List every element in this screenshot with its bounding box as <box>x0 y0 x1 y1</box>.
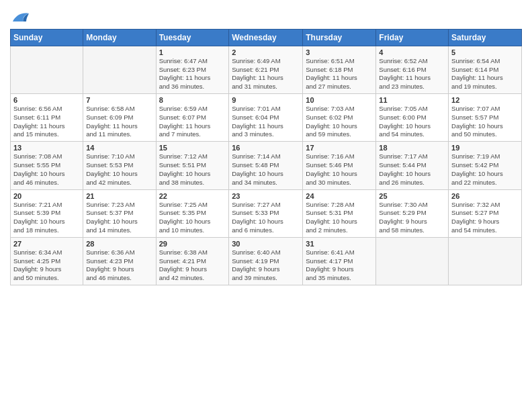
calendar-cell: 24Sunrise: 7:28 AM Sunset: 5:31 PM Dayli… <box>303 189 376 237</box>
day-info: Sunrise: 7:21 AM Sunset: 5:39 PM Dayligh… <box>13 201 80 235</box>
day-number: 21 <box>86 192 152 200</box>
day-info: Sunrise: 6:49 AM Sunset: 6:21 PM Dayligh… <box>232 57 300 91</box>
day-info: Sunrise: 6:34 AM Sunset: 4:25 PM Dayligh… <box>13 248 80 283</box>
day-number: 5 <box>451 48 519 56</box>
calendar-table: SundayMondayTuesdayWednesdayThursdayFrid… <box>10 29 522 285</box>
day-number: 15 <box>159 144 226 152</box>
day-info: Sunrise: 7:05 AM Sunset: 6:00 PM Dayligh… <box>379 105 445 139</box>
day-number: 4 <box>379 48 445 56</box>
calendar-cell: 16Sunrise: 7:14 AM Sunset: 5:48 PM Dayli… <box>229 142 303 189</box>
calendar-cell: 13Sunrise: 7:08 AM Sunset: 5:55 PM Dayli… <box>11 142 83 189</box>
day-info: Sunrise: 7:01 AM Sunset: 6:04 PM Dayligh… <box>232 105 300 139</box>
day-number: 17 <box>306 144 373 152</box>
day-number: 3 <box>306 48 373 56</box>
day-number: 8 <box>159 96 226 104</box>
calendar-cell: 22Sunrise: 7:25 AM Sunset: 5:35 PM Dayli… <box>156 189 229 237</box>
day-number: 20 <box>13 192 80 200</box>
calendar-cell: 7Sunrise: 6:58 AM Sunset: 6:09 PM Daylig… <box>83 94 156 142</box>
day-info: Sunrise: 6:54 AM Sunset: 6:14 PM Dayligh… <box>451 57 519 91</box>
day-info: Sunrise: 7:32 AM Sunset: 5:27 PM Dayligh… <box>451 201 519 235</box>
calendar-cell: 28Sunrise: 6:36 AM Sunset: 4:23 PM Dayli… <box>83 237 156 285</box>
calendar-cell: 19Sunrise: 7:19 AM Sunset: 5:42 PM Dayli… <box>449 142 522 189</box>
page-header <box>10 7 522 26</box>
calendar-cell <box>376 237 449 285</box>
day-info: Sunrise: 7:19 AM Sunset: 5:42 PM Dayligh… <box>451 152 519 187</box>
day-number: 13 <box>13 144 80 152</box>
day-info: Sunrise: 7:10 AM Sunset: 5:53 PM Dayligh… <box>86 152 152 187</box>
logo-bird-icon <box>11 9 30 26</box>
day-number: 2 <box>232 48 300 56</box>
day-number: 1 <box>159 48 226 56</box>
weekday-header-row: SundayMondayTuesdayWednesdayThursdayFrid… <box>11 29 522 46</box>
calendar-cell: 3Sunrise: 6:51 AM Sunset: 6:18 PM Daylig… <box>303 46 376 93</box>
calendar-cell: 1Sunrise: 6:47 AM Sunset: 6:23 PM Daylig… <box>156 46 229 93</box>
day-info: Sunrise: 7:12 AM Sunset: 5:51 PM Dayligh… <box>159 152 226 187</box>
day-number: 10 <box>306 96 373 104</box>
calendar-cell: 2Sunrise: 6:49 AM Sunset: 6:21 PM Daylig… <box>229 46 303 93</box>
day-info: Sunrise: 6:56 AM Sunset: 6:11 PM Dayligh… <box>13 105 80 139</box>
weekday-header-friday: Friday <box>376 29 449 46</box>
day-info: Sunrise: 7:17 AM Sunset: 5:44 PM Dayligh… <box>379 152 445 187</box>
calendar-cell: 12Sunrise: 7:07 AM Sunset: 5:57 PM Dayli… <box>449 94 522 142</box>
calendar-week-row: 20Sunrise: 7:21 AM Sunset: 5:39 PM Dayli… <box>11 189 522 237</box>
day-info: Sunrise: 6:51 AM Sunset: 6:18 PM Dayligh… <box>306 57 373 91</box>
day-number: 23 <box>232 192 300 200</box>
day-number: 7 <box>86 96 152 104</box>
calendar-cell: 9Sunrise: 7:01 AM Sunset: 6:04 PM Daylig… <box>229 94 303 142</box>
day-number: 28 <box>86 240 152 248</box>
day-info: Sunrise: 7:23 AM Sunset: 5:37 PM Dayligh… <box>86 201 152 235</box>
day-number: 24 <box>306 192 373 200</box>
day-info: Sunrise: 7:14 AM Sunset: 5:48 PM Dayligh… <box>232 152 300 187</box>
calendar-cell: 10Sunrise: 7:03 AM Sunset: 6:02 PM Dayli… <box>303 94 376 142</box>
day-info: Sunrise: 7:28 AM Sunset: 5:31 PM Dayligh… <box>306 201 373 235</box>
weekday-header-thursday: Thursday <box>303 29 376 46</box>
day-number: 27 <box>13 240 80 248</box>
calendar-cell: 8Sunrise: 6:59 AM Sunset: 6:07 PM Daylig… <box>156 94 229 142</box>
calendar-week-row: 13Sunrise: 7:08 AM Sunset: 5:55 PM Dayli… <box>11 142 522 189</box>
day-number: 19 <box>451 144 519 152</box>
day-number: 14 <box>86 144 152 152</box>
weekday-header-monday: Monday <box>83 29 156 46</box>
day-info: Sunrise: 7:03 AM Sunset: 6:02 PM Dayligh… <box>306 105 373 139</box>
calendar-cell <box>449 237 522 285</box>
day-info: Sunrise: 6:40 AM Sunset: 4:19 PM Dayligh… <box>232 248 300 283</box>
calendar-cell: 4Sunrise: 6:52 AM Sunset: 6:16 PM Daylig… <box>376 46 449 93</box>
calendar-cell: 18Sunrise: 7:17 AM Sunset: 5:44 PM Dayli… <box>376 142 449 189</box>
day-info: Sunrise: 6:38 AM Sunset: 4:21 PM Dayligh… <box>159 248 226 283</box>
calendar-cell: 26Sunrise: 7:32 AM Sunset: 5:27 PM Dayli… <box>449 189 522 237</box>
calendar-week-row: 6Sunrise: 6:56 AM Sunset: 6:11 PM Daylig… <box>11 94 522 142</box>
day-number: 18 <box>379 144 445 152</box>
calendar-cell: 5Sunrise: 6:54 AM Sunset: 6:14 PM Daylig… <box>449 46 522 93</box>
day-info: Sunrise: 7:16 AM Sunset: 5:46 PM Dayligh… <box>306 152 373 187</box>
day-info: Sunrise: 7:30 AM Sunset: 5:29 PM Dayligh… <box>379 201 445 235</box>
day-info: Sunrise: 6:59 AM Sunset: 6:07 PM Dayligh… <box>159 105 226 139</box>
calendar-cell: 11Sunrise: 7:05 AM Sunset: 6:00 PM Dayli… <box>376 94 449 142</box>
day-number: 29 <box>159 240 226 248</box>
day-number: 9 <box>232 96 300 104</box>
day-number: 16 <box>232 144 300 152</box>
day-info: Sunrise: 7:08 AM Sunset: 5:55 PM Dayligh… <box>13 152 80 187</box>
calendar-cell: 31Sunrise: 6:41 AM Sunset: 4:17 PM Dayli… <box>303 237 376 285</box>
weekday-header-wednesday: Wednesday <box>229 29 303 46</box>
day-number: 31 <box>306 240 373 248</box>
day-info: Sunrise: 6:41 AM Sunset: 4:17 PM Dayligh… <box>306 248 373 283</box>
day-info: Sunrise: 7:07 AM Sunset: 5:57 PM Dayligh… <box>451 105 519 139</box>
logo-text <box>10 9 30 29</box>
weekday-header-tuesday: Tuesday <box>156 29 229 46</box>
calendar-cell: 30Sunrise: 6:40 AM Sunset: 4:19 PM Dayli… <box>229 237 303 285</box>
day-number: 12 <box>451 96 519 104</box>
day-number: 26 <box>451 192 519 200</box>
calendar-cell: 14Sunrise: 7:10 AM Sunset: 5:53 PM Dayli… <box>83 142 156 189</box>
calendar-week-row: 1Sunrise: 6:47 AM Sunset: 6:23 PM Daylig… <box>11 46 522 93</box>
calendar-cell: 17Sunrise: 7:16 AM Sunset: 5:46 PM Dayli… <box>303 142 376 189</box>
day-number: 30 <box>232 240 300 248</box>
calendar-cell: 27Sunrise: 6:34 AM Sunset: 4:25 PM Dayli… <box>11 237 83 285</box>
weekday-header-sunday: Sunday <box>11 29 83 46</box>
calendar-cell <box>11 46 83 93</box>
day-info: Sunrise: 7:27 AM Sunset: 5:33 PM Dayligh… <box>232 201 300 235</box>
day-number: 25 <box>379 192 445 200</box>
day-info: Sunrise: 6:58 AM Sunset: 6:09 PM Dayligh… <box>86 105 152 139</box>
calendar-cell: 21Sunrise: 7:23 AM Sunset: 5:37 PM Dayli… <box>83 189 156 237</box>
day-number: 22 <box>159 192 226 200</box>
calendar-cell: 15Sunrise: 7:12 AM Sunset: 5:51 PM Dayli… <box>156 142 229 189</box>
